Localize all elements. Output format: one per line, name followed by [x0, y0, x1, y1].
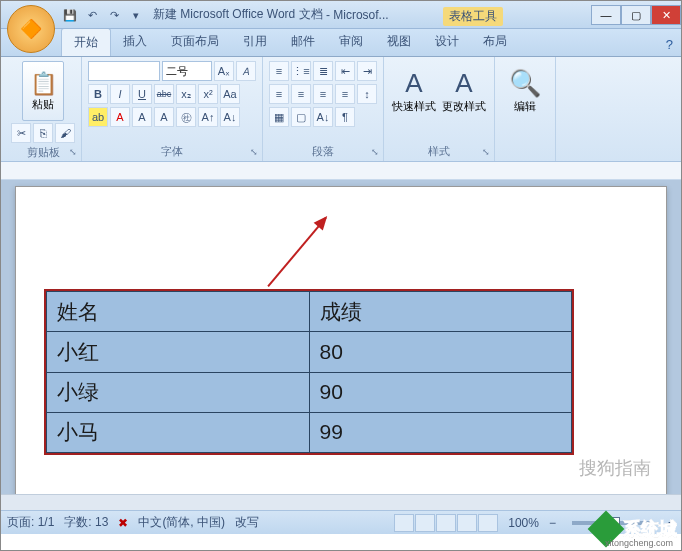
- numbering-button[interactable]: ⋮≡: [291, 61, 311, 81]
- phonetic-button[interactable]: A: [132, 107, 152, 127]
- table-cell[interactable]: 成绩: [309, 292, 572, 332]
- subscript-button[interactable]: x₂: [176, 84, 196, 104]
- table-row[interactable]: 小马 99: [47, 412, 572, 452]
- table-cell[interactable]: 99: [309, 412, 572, 452]
- qat-save[interactable]: 💾: [61, 6, 79, 24]
- editing-icon: 🔍: [509, 68, 541, 99]
- table-row[interactable]: 姓名 成绩: [47, 292, 572, 332]
- view-draft[interactable]: [478, 514, 498, 532]
- quick-styles-button[interactable]: A 快速样式: [390, 61, 438, 121]
- document-title: 新建 Microsoft Office Word 文档: [153, 6, 323, 23]
- table-row[interactable]: 小红 80: [47, 332, 572, 372]
- office-icon: 🔶: [20, 18, 42, 40]
- underline-button[interactable]: U: [132, 84, 152, 104]
- bullets-button[interactable]: ≡: [269, 61, 289, 81]
- format-painter-button[interactable]: 🖌: [55, 123, 75, 143]
- show-marks-button[interactable]: ¶: [335, 107, 355, 127]
- tab-insert[interactable]: 插入: [111, 28, 159, 56]
- align-center-button[interactable]: ≡: [291, 84, 311, 104]
- sort-button[interactable]: A↓: [313, 107, 333, 127]
- strike-button[interactable]: abc: [154, 84, 174, 104]
- font-name-select[interactable]: [88, 61, 160, 81]
- inc-indent-button[interactable]: ⇥: [357, 61, 377, 81]
- maximize-button[interactable]: ▢: [621, 5, 651, 25]
- table-cell[interactable]: 小红: [47, 332, 310, 372]
- qat-dropdown[interactable]: ▾: [127, 6, 145, 24]
- tab-page-layout[interactable]: 页面布局: [159, 28, 231, 56]
- annotation-arrow: [267, 217, 326, 287]
- table-cell[interactable]: 小绿: [47, 372, 310, 412]
- status-mode[interactable]: 改写: [235, 514, 259, 531]
- group-paragraph: ≡ ⋮≡ ≣ ⇤ ⇥ ≡ ≡ ≡ ≡ ↕ ▦ ▢ A↓ ¶ 段落 ⤡: [263, 57, 384, 161]
- office-button[interactable]: 🔶: [7, 5, 55, 53]
- shrink-font-button[interactable]: A↓: [220, 107, 240, 127]
- highlight-button[interactable]: ab: [88, 107, 108, 127]
- group-styles: A 快速样式 A 更改样式 样式 ⤡: [384, 57, 495, 161]
- char-shading-button[interactable]: A: [154, 107, 174, 127]
- minimize-button[interactable]: —: [591, 5, 621, 25]
- font-launcher[interactable]: ⤡: [248, 147, 260, 159]
- borders-button[interactable]: ▢: [291, 107, 311, 127]
- page[interactable]: 姓名 成绩 小红 80 小绿 90 小马 99: [15, 186, 667, 506]
- ruler[interactable]: [1, 162, 681, 180]
- clear-format-button[interactable]: Aₓ: [214, 61, 234, 81]
- dec-indent-button[interactable]: ⇤: [335, 61, 355, 81]
- align-justify-button[interactable]: ≡: [335, 84, 355, 104]
- line-spacing-button[interactable]: ↕: [357, 84, 377, 104]
- change-styles-button[interactable]: A 更改样式: [440, 61, 488, 121]
- char-border-button[interactable]: 𝘈: [236, 61, 256, 81]
- status-page[interactable]: 页面: 1/1: [7, 514, 54, 531]
- qat-redo[interactable]: ↷: [105, 6, 123, 24]
- tab-mailings[interactable]: 邮件: [279, 28, 327, 56]
- font-color-button[interactable]: A: [110, 107, 130, 127]
- zoom-level[interactable]: 100%: [508, 516, 539, 530]
- view-print-layout[interactable]: [394, 514, 414, 532]
- tab-view[interactable]: 视图: [375, 28, 423, 56]
- tab-design[interactable]: 设计: [423, 28, 471, 56]
- group-clipboard: 📋 粘贴 ✂ ⎘ 🖌 剪贴板 ⤡: [5, 57, 82, 161]
- table-cell[interactable]: 80: [309, 332, 572, 372]
- word-table[interactable]: 姓名 成绩 小红 80 小绿 90 小马 99: [46, 291, 572, 453]
- italic-button[interactable]: I: [110, 84, 130, 104]
- watermark-sogou: 搜狗指南: [579, 456, 651, 480]
- change-case-button[interactable]: Aa: [220, 84, 240, 104]
- editing-button[interactable]: 🔍 编辑: [501, 61, 549, 121]
- table-cell[interactable]: 90: [309, 372, 572, 412]
- qat-undo[interactable]: ↶: [83, 6, 101, 24]
- cut-button[interactable]: ✂: [11, 123, 31, 143]
- table-row[interactable]: 小绿 90: [47, 372, 572, 412]
- paste-button[interactable]: 📋 粘贴: [22, 61, 64, 121]
- table-cell[interactable]: 姓名: [47, 292, 310, 332]
- bold-button[interactable]: B: [88, 84, 108, 104]
- tab-layout[interactable]: 布局: [471, 28, 519, 56]
- copy-button[interactable]: ⎘: [33, 123, 53, 143]
- align-left-button[interactable]: ≡: [269, 84, 289, 104]
- view-outline[interactable]: [457, 514, 477, 532]
- watermark-url: xitongcheng.com: [605, 538, 673, 548]
- clipboard-launcher[interactable]: ⤡: [67, 147, 79, 159]
- superscript-button[interactable]: x²: [198, 84, 218, 104]
- view-full-reading[interactable]: [415, 514, 435, 532]
- paragraph-launcher[interactable]: ⤡: [369, 147, 381, 159]
- help-button[interactable]: ?: [666, 37, 673, 56]
- tab-references[interactable]: 引用: [231, 28, 279, 56]
- tab-home[interactable]: 开始: [61, 28, 111, 56]
- tab-review[interactable]: 审阅: [327, 28, 375, 56]
- table-cell[interactable]: 小马: [47, 412, 310, 452]
- shading-button[interactable]: ▦: [269, 107, 289, 127]
- view-web[interactable]: [436, 514, 456, 532]
- styles-launcher[interactable]: ⤡: [480, 147, 492, 159]
- zoom-out-button[interactable]: −: [549, 516, 556, 530]
- font-size-select[interactable]: 二号: [162, 61, 212, 81]
- group-label-font: 字体: [88, 142, 256, 159]
- close-button[interactable]: ✕: [651, 5, 681, 25]
- status-language[interactable]: 中文(简体, 中国): [138, 514, 225, 531]
- app-name: - Microsof...: [323, 8, 389, 22]
- multilevel-button[interactable]: ≣: [313, 61, 333, 81]
- align-right-button[interactable]: ≡: [313, 84, 333, 104]
- horizontal-scrollbar[interactable]: [1, 494, 681, 510]
- enclose-char-button[interactable]: ㊓: [176, 107, 196, 127]
- status-words[interactable]: 字数: 13: [64, 514, 108, 531]
- change-styles-icon: A: [455, 68, 472, 99]
- grow-font-button[interactable]: A↑: [198, 107, 218, 127]
